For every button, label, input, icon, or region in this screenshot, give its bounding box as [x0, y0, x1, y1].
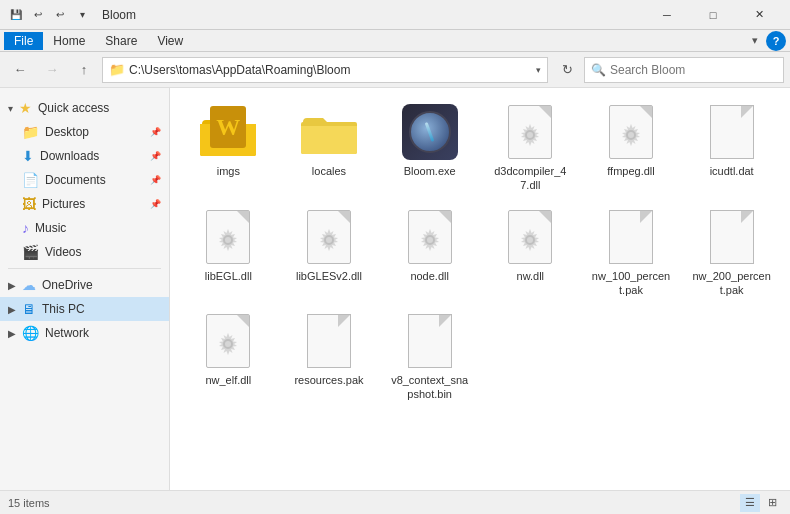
star-icon: ★ — [19, 100, 32, 116]
view-toggle: ☰ ⊞ — [740, 494, 782, 512]
file-label: d3dcompiler_47.dll — [490, 164, 570, 193]
network-icon: 🌐 — [22, 325, 39, 341]
sidebar-item-label: Downloads — [40, 149, 99, 163]
minimize-button[interactable]: ─ — [644, 0, 690, 30]
file-item[interactable]: ffmpeg.dll — [583, 98, 680, 199]
pin-icon: 📌 — [150, 199, 161, 209]
sidebar-item-pictures[interactable]: 🖼 Pictures 📌 — [0, 192, 169, 216]
sidebar-item-label: OneDrive — [42, 278, 93, 292]
sidebar-item-music[interactable]: ♪ Music — [0, 216, 169, 240]
file-icon: W — [200, 104, 256, 160]
item-count: 15 items — [8, 497, 50, 509]
close-button[interactable]: ✕ — [736, 0, 782, 30]
dropdown-icon[interactable]: ▾ — [74, 7, 90, 23]
sidebar-item-quick-access[interactable]: ▾ ★ Quick access — [0, 96, 169, 120]
cloud-icon: ☁ — [22, 277, 36, 293]
ribbon-menu: File Home Share View ▾ ? — [0, 30, 790, 52]
tab-share[interactable]: Share — [95, 32, 147, 50]
music-icon: ♪ — [22, 220, 29, 236]
expand-icon: ▶ — [8, 304, 16, 315]
file-item[interactable]: nw_elf.dll — [180, 307, 277, 408]
folder-pic-icon: 🖼 — [22, 196, 36, 212]
search-input[interactable] — [610, 63, 777, 77]
redo-icon: ↩ — [52, 7, 68, 23]
file-item[interactable]: W imgs — [180, 98, 277, 199]
file-icon — [704, 104, 760, 160]
sidebar-item-label: Quick access — [38, 101, 109, 115]
grid-view-button[interactable]: ⊞ — [762, 494, 782, 512]
back-button[interactable]: ← — [6, 56, 34, 84]
sidebar-item-this-pc[interactable]: ▶ 🖥 This PC — [0, 297, 169, 321]
list-view-button[interactable]: ☰ — [740, 494, 760, 512]
file-area: W imgs locales Bloom.exe d3dcompiler_47.… — [170, 88, 790, 490]
ribbon-expand-icon[interactable]: ▾ — [752, 34, 762, 47]
sidebar-item-label: Desktop — [45, 125, 89, 139]
sidebar-item-desktop[interactable]: 📁 Desktop 📌 — [0, 120, 169, 144]
sidebar-item-documents[interactable]: 📄 Documents 📌 — [0, 168, 169, 192]
file-item[interactable]: nw.dll — [482, 203, 579, 304]
title-bar-icons: 💾 ↩ ↩ ▾ — [8, 7, 90, 23]
expand-icon: ▶ — [8, 328, 16, 339]
file-item[interactable]: Bloom.exe — [381, 98, 478, 199]
tab-view[interactable]: View — [147, 32, 193, 50]
folder-dl-icon: ⬇ — [22, 148, 34, 164]
pin-icon: 📌 — [150, 175, 161, 185]
file-item[interactable]: v8_context_snapshot.bin — [381, 307, 478, 408]
pin-icon: 📌 — [150, 151, 161, 161]
file-label: Bloom.exe — [404, 164, 456, 178]
file-icon — [402, 313, 458, 369]
file-item[interactable]: resources.pak — [281, 307, 378, 408]
address-dropdown-button[interactable]: ▾ — [536, 65, 541, 75]
file-item[interactable]: nw_100_percent.pak — [583, 203, 680, 304]
up-button[interactable]: ↑ — [70, 56, 98, 84]
folder-icon: 📁 — [22, 124, 39, 140]
forward-button[interactable]: → — [38, 56, 66, 84]
save-icon: 💾 — [8, 7, 24, 23]
file-label: icudtl.dat — [710, 164, 754, 178]
file-item[interactable]: locales — [281, 98, 378, 199]
file-label: resources.pak — [294, 373, 363, 387]
file-label: libEGL.dll — [205, 269, 252, 283]
maximize-button[interactable]: □ — [690, 0, 736, 30]
file-icon — [502, 104, 558, 160]
file-label: locales — [312, 164, 346, 178]
sidebar-item-label: Videos — [45, 245, 81, 259]
file-icon — [603, 209, 659, 265]
file-label: nw_elf.dll — [205, 373, 251, 387]
pc-icon: 🖥 — [22, 301, 36, 317]
address-bar[interactable]: 📁 ▾ — [102, 57, 548, 83]
file-icon — [301, 104, 357, 160]
help-button[interactable]: ? — [766, 31, 786, 51]
refresh-button[interactable]: ↻ — [554, 57, 580, 83]
video-icon: 🎬 — [22, 244, 39, 260]
sidebar-item-label: Documents — [45, 173, 106, 187]
search-icon: 🔍 — [591, 63, 606, 77]
file-item[interactable]: libEGL.dll — [180, 203, 277, 304]
file-label: nw.dll — [517, 269, 545, 283]
file-item[interactable]: node.dll — [381, 203, 478, 304]
window-title: Bloom — [102, 8, 644, 22]
address-input[interactable] — [129, 63, 532, 77]
tab-home[interactable]: Home — [43, 32, 95, 50]
file-item[interactable]: d3dcompiler_47.dll — [482, 98, 579, 199]
sidebar-item-onedrive[interactable]: ▶ ☁ OneDrive — [0, 273, 169, 297]
file-icon — [603, 104, 659, 160]
folder-doc-icon: 📄 — [22, 172, 39, 188]
sidebar-item-downloads[interactable]: ⬇ Downloads 📌 — [0, 144, 169, 168]
sidebar-item-videos[interactable]: 🎬 Videos — [0, 240, 169, 264]
expand-icon: ▶ — [8, 280, 16, 291]
tab-file[interactable]: File — [4, 32, 43, 50]
sidebar-item-network[interactable]: ▶ 🌐 Network — [0, 321, 169, 345]
pin-icon: 📌 — [150, 127, 161, 137]
file-item[interactable]: nw_200_percent.pak — [683, 203, 780, 304]
file-item[interactable]: icudtl.dat — [683, 98, 780, 199]
file-item[interactable]: libGLESv2.dll — [281, 203, 378, 304]
title-bar: 💾 ↩ ↩ ▾ Bloom ─ □ ✕ — [0, 0, 790, 30]
sidebar-item-label: Network — [45, 326, 89, 340]
file-icon — [301, 313, 357, 369]
file-icon — [704, 209, 760, 265]
file-label: nw_200_percent.pak — [692, 269, 772, 298]
search-bar[interactable]: 🔍 — [584, 57, 784, 83]
file-label: ffmpeg.dll — [607, 164, 655, 178]
status-bar: 15 items ☰ ⊞ — [0, 490, 790, 514]
